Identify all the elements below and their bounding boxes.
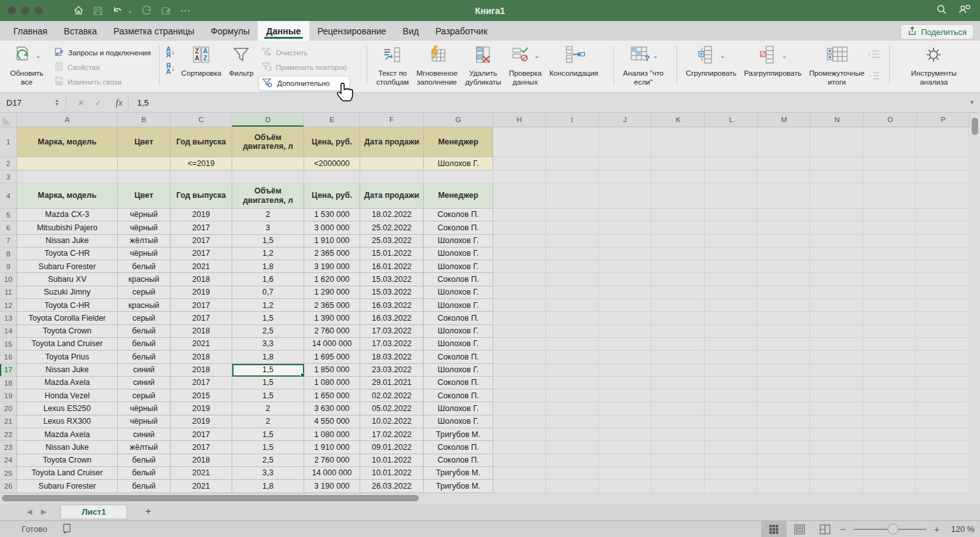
cell-G6[interactable]: Соколов П. [424,221,493,234]
cell-D26[interactable]: 1,8 [232,480,304,492]
clear-filter-button[interactable]: Очистить [258,46,350,59]
cell-G17[interactable]: Шолохов Г. [424,364,493,377]
cell-F26[interactable]: 26.03.2022 [360,480,424,492]
cell-F13[interactable]: 16.03.2022 [360,312,424,324]
cell-F20[interactable]: 05.02.2022 [360,402,424,415]
column-header-L[interactable]: L [705,113,758,127]
cell-E4[interactable]: Цена, руб. [304,183,360,209]
prev-sheet-icon[interactable]: ◀ [27,508,32,516]
cell-A7[interactable]: Nissan Juke [17,235,118,248]
cell-D20[interactable]: 2 [232,402,304,415]
hide-detail-icon[interactable] [869,71,880,83]
column-header-K[interactable]: K [652,113,705,127]
cell-B16[interactable]: белый [118,351,171,363]
row-header-13[interactable]: 13 [0,312,17,324]
row-header-1[interactable]: 1 [0,127,17,157]
tab-разработчик[interactable]: Разработчик [427,21,496,41]
cell-A15[interactable]: Toyota Land Cruiser [17,338,118,351]
cell-E20[interactable]: 3 630 000 [304,402,360,415]
confirm-icon[interactable]: ✓ [95,98,102,108]
row-header-5[interactable]: 5 [0,209,17,221]
cell-A19[interactable]: Honda Vezel [17,389,118,402]
cell-D3[interactable] [232,171,304,183]
row-header-3[interactable]: 3 [0,171,17,183]
presence-people-icon[interactable] [958,4,971,17]
cell-E19[interactable]: 1 650 000 [304,389,360,402]
cell-E17[interactable]: 1 850 000 [304,364,360,377]
cell-G9[interactable]: Шолохов Г. [424,260,493,273]
cell-A9[interactable]: Subaru Forester [17,260,118,273]
row-header-22[interactable]: 22 [0,428,17,441]
cell-E5[interactable]: 1 530 000 [304,209,360,221]
cell-D4[interactable]: Объём двигателя, л [232,183,304,209]
cell-C15[interactable]: 2021 [171,338,232,351]
sheet-tab-list1[interactable]: Лист1 [60,505,127,519]
empty-cells-region[interactable] [493,209,970,221]
row-header-20[interactable]: 20 [0,402,17,415]
next-sheet-icon[interactable]: ▶ [41,508,46,516]
cell-B25[interactable]: белый [118,467,171,480]
autosave-icon[interactable] [161,6,171,16]
cell-F21[interactable]: 10.02.2022 [360,415,424,428]
page-layout-view-button[interactable] [787,521,812,537]
cell-E16[interactable]: 1 695 000 [304,351,360,363]
cell-C13[interactable]: 2017 [171,312,232,324]
cell-C7[interactable]: 2017 [171,235,232,248]
cell-F1[interactable]: Дата продажи [360,127,424,157]
cell-F9[interactable]: 16.01.2022 [360,260,424,273]
column-header-H[interactable]: H [493,113,546,127]
cell-D14[interactable]: 2,5 [232,325,304,338]
row-header-23[interactable]: 23 [0,441,17,454]
cell-E23[interactable]: 1 910 000 [304,441,360,454]
cell-A11[interactable]: Suzuki Jimny [17,286,118,299]
cell-C23[interactable]: 2017 [171,441,232,454]
empty-cells-region[interactable] [493,248,970,260]
cell-G18[interactable]: Соколов П. [424,377,493,389]
cell-E12[interactable]: 2 365 000 [304,299,360,312]
cell-C14[interactable]: 2018 [171,325,232,338]
search-icon[interactable] [936,4,947,17]
cell-A6[interactable]: Mitsubishi Pajero [17,221,118,234]
cell-G2[interactable]: Шолохов Г. [424,157,493,171]
cell-B21[interactable]: чёрный [118,415,171,428]
cell-G16[interactable]: Соколов П. [424,351,493,363]
window-controls[interactable] [8,6,43,15]
empty-cells-region[interactable] [493,171,970,183]
zoom-slider[interactable] [853,529,927,530]
cell-C9[interactable]: 2021 [171,260,232,273]
redo-icon[interactable] [141,5,152,16]
minimize-window-button[interactable] [21,6,29,15]
column-header-I[interactable]: I [546,113,599,127]
cell-G23[interactable]: Соколов П. [424,441,493,454]
column-header-P[interactable]: P [917,113,970,127]
row-header-24[interactable]: 24 [0,454,17,467]
cell-C6[interactable]: 2017 [171,221,232,234]
row-header-21[interactable]: 21 [0,415,17,428]
tab-данные[interactable]: Данные [258,21,309,41]
empty-cells-region[interactable] [493,127,970,157]
ungroup-dropdown-icon[interactable]: ⌄ [781,52,787,60]
cell-B17[interactable]: синий [118,364,171,377]
cell-F22[interactable]: 17.02.2022 [360,428,424,441]
cell-G26[interactable]: Тригубов М. [424,480,493,492]
tab-рецензирование[interactable]: Рецензирование [309,21,395,41]
properties-button[interactable]: Свойства [51,61,154,73]
cell-F18[interactable]: 29.01.2021 [360,377,424,389]
empty-cells-region[interactable] [493,299,970,312]
cell-D13[interactable]: 1,5 [232,312,304,324]
cell-C2[interactable]: <=2019 [171,157,232,171]
sort-button[interactable]: ZAAZ Сортировка [178,45,225,78]
cell-C21[interactable]: 2019 [171,415,232,428]
cell-A26[interactable]: Subaru Forester [17,480,118,492]
cell-B10[interactable]: красный [118,273,171,286]
row-header-26[interactable]: 26 [0,480,17,492]
cell-D2[interactable] [232,157,304,171]
analysis-tools-button[interactable]: Инструменты анализа [907,45,961,87]
cell-E21[interactable]: 4 550 000 [304,415,360,428]
name-box[interactable]: D17 [0,98,45,108]
row-header-7[interactable]: 7 [0,235,17,248]
show-detail-icon[interactable] [869,50,880,61]
formula-input[interactable]: 1,5 [137,98,149,108]
save-icon[interactable] [93,6,103,16]
cell-E26[interactable]: 3 190 000 [304,480,360,492]
